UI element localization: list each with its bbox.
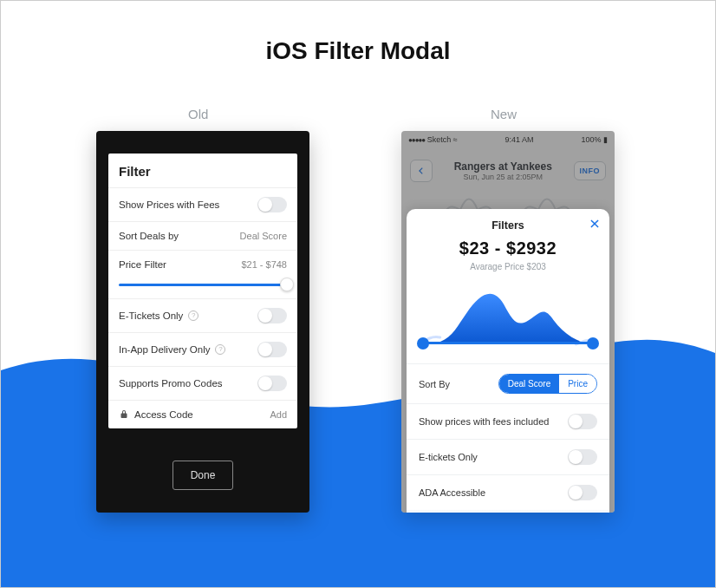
value-sort-by: Deal Score bbox=[240, 231, 287, 241]
segment-deal-score[interactable]: Deal Score bbox=[499, 375, 559, 393]
label-ada-new: ADA Accessible bbox=[419, 487, 485, 498]
segment-price[interactable]: Price bbox=[559, 375, 596, 393]
row-etickets-new: E-tickets Only bbox=[407, 439, 609, 474]
row-etickets-old: E-Tickets Only ? bbox=[108, 299, 297, 333]
row-price-filter-old: Price Filter $21 - $748 bbox=[108, 251, 297, 278]
help-icon[interactable]: ? bbox=[188, 310, 199, 321]
add-access-code-link[interactable]: Add bbox=[270, 409, 287, 420]
row-show-fees-old: Show Prices with Fees bbox=[108, 188, 297, 222]
help-icon[interactable]: ? bbox=[215, 344, 225, 355]
column-label-new: New bbox=[491, 107, 517, 121]
column-label-old: Old bbox=[188, 107, 208, 121]
label-etickets-new: E-tickets Only bbox=[419, 452, 478, 462]
row-inapp-old: In-App Delivery Only ? bbox=[108, 333, 297, 367]
filter-panel-old: Filter Show Prices with Fees Sort Deals … bbox=[108, 154, 297, 428]
label-fees-new: Show prices with fees included bbox=[419, 416, 549, 427]
toggle-etickets-new[interactable] bbox=[568, 449, 597, 465]
value-price-filter: $21 - $748 bbox=[241, 259, 287, 270]
slider-handle-icon[interactable] bbox=[280, 278, 294, 291]
page-title: iOS Filter Modal bbox=[1, 37, 715, 65]
toggle-promo[interactable] bbox=[257, 376, 287, 391]
phone-new: ●●●●● Sketch ≈ 9:41 AM 100% ▮ Rangers at… bbox=[401, 131, 615, 513]
label-price-filter: Price Filter bbox=[119, 259, 166, 270]
label-show-fees: Show Prices with Fees bbox=[119, 199, 219, 210]
row-fees-new: Show prices with fees included bbox=[407, 403, 609, 439]
label-inapp: In-App Delivery Only bbox=[119, 344, 210, 355]
row-access-code-old[interactable]: Access Code Add bbox=[108, 401, 297, 428]
toggle-show-fees[interactable] bbox=[257, 197, 287, 212]
average-price-label: Avarage Price $203 bbox=[407, 262, 609, 271]
phone-old: Filter Show Prices with Fees Sort Deals … bbox=[96, 131, 309, 513]
toggle-etickets[interactable] bbox=[257, 308, 287, 323]
sheet-fade-overlay bbox=[407, 499, 609, 513]
toggle-inapp[interactable] bbox=[257, 342, 287, 357]
label-sort-by-new: Sort By bbox=[419, 379, 450, 389]
lock-icon bbox=[119, 409, 129, 420]
sheet-title: Filters bbox=[491, 219, 524, 232]
row-sort-new: Sort By Deal Score Price bbox=[407, 363, 609, 403]
label-access-code: Access Code bbox=[134, 409, 193, 420]
toggle-fees-new[interactable] bbox=[568, 414, 597, 429]
row-sort-old[interactable]: Sort Deals by Deal Score bbox=[108, 222, 297, 251]
row-promo-old: Supports Promo Codes bbox=[108, 367, 297, 401]
sort-segmented-control[interactable]: Deal Score Price bbox=[498, 374, 597, 394]
price-range-display: $23 - $2932 bbox=[407, 238, 609, 258]
price-slider-old[interactable] bbox=[108, 284, 297, 299]
label-etickets: E-Tickets Only bbox=[119, 310, 183, 321]
filter-sheet-new: Filters $23 - $2932 Avarage Price $203 bbox=[407, 209, 609, 513]
filter-title-old: Filter bbox=[108, 154, 297, 188]
label-promo: Supports Promo Codes bbox=[119, 378, 223, 389]
close-button[interactable] bbox=[589, 218, 601, 232]
close-icon bbox=[589, 218, 601, 230]
done-button[interactable]: Done bbox=[172, 461, 234, 490]
price-histogram-slider[interactable] bbox=[417, 278, 599, 356]
range-handle-max[interactable] bbox=[587, 337, 599, 350]
range-handle-min[interactable] bbox=[417, 337, 429, 350]
label-sort-by: Sort Deals by bbox=[119, 231, 179, 241]
